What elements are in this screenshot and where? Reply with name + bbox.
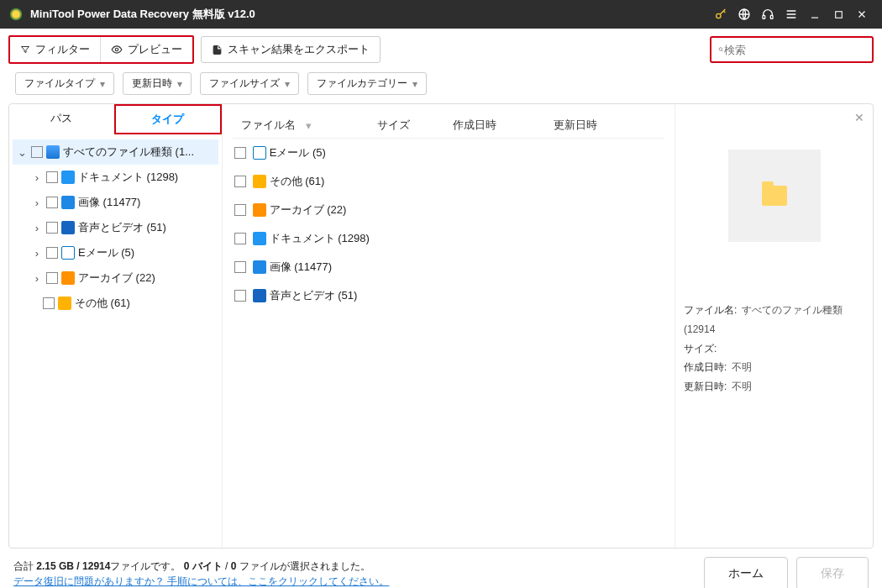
- checkbox[interactable]: [234, 261, 246, 273]
- tree-arc[interactable]: ›アーカイブ (22): [13, 265, 218, 291]
- list-item[interactable]: その他 (61): [233, 167, 664, 196]
- home-button[interactable]: ホーム: [704, 557, 788, 588]
- audio-video-icon: [253, 289, 266, 302]
- checkbox[interactable]: [46, 222, 58, 234]
- audio-video-icon: [61, 221, 75, 234]
- tree-other[interactable]: その他 (61): [13, 291, 218, 316]
- mail-icon: [61, 246, 75, 260]
- folder-icon: [762, 186, 787, 206]
- col-created[interactable]: 作成日時: [453, 118, 554, 133]
- minimize-icon[interactable]: [803, 3, 827, 26]
- checkbox[interactable]: [234, 176, 246, 187]
- svg-point-0: [717, 13, 721, 18]
- search-icon: [718, 44, 724, 55]
- chevron-down-icon: ▾: [285, 78, 290, 90]
- svg-rect-4: [835, 11, 842, 18]
- tab-path[interactable]: パス: [9, 104, 114, 134]
- export-label: スキャン結果をエクスポート: [228, 42, 370, 57]
- checkbox[interactable]: [46, 247, 58, 259]
- headphones-icon[interactable]: [756, 3, 780, 26]
- document-icon: [253, 232, 266, 245]
- search-input[interactable]: [724, 44, 865, 56]
- checkbox[interactable]: [46, 171, 58, 183]
- checkbox[interactable]: [234, 147, 246, 159]
- list-item[interactable]: 音声とビデオ (51): [233, 281, 664, 310]
- mail-icon: [253, 146, 266, 160]
- expand-icon[interactable]: ›: [31, 222, 43, 234]
- list-item[interactable]: アーカイブ (22): [233, 196, 664, 224]
- meta-updated-value: 不明: [732, 381, 752, 392]
- list-item[interactable]: 画像 (11477): [233, 253, 664, 281]
- chip-category[interactable]: ファイルカテゴリー▾: [307, 72, 427, 95]
- archive-icon: [61, 271, 75, 285]
- col-name[interactable]: ファイル名: [241, 118, 296, 133]
- document-icon: [61, 171, 75, 184]
- tree: ⌄すべてのファイル種類 (1... ›ドキュメント (1298) ›画像 (11…: [9, 134, 222, 548]
- other-icon: [58, 297, 71, 310]
- image-icon: [253, 260, 266, 274]
- checkbox[interactable]: [234, 290, 246, 302]
- filter-chips: ファイルタイプ▾ 更新日時▾ ファイルサイズ▾ ファイルカテゴリー▾: [0, 71, 882, 103]
- filter-label: フィルター: [35, 42, 90, 57]
- preview-thumbnail: [728, 150, 821, 242]
- chip-filetype[interactable]: ファイルタイプ▾: [15, 72, 114, 95]
- close-preview-icon[interactable]: ✕: [854, 111, 864, 124]
- chip-size[interactable]: ファイルサイズ▾: [200, 72, 299, 95]
- col-updated[interactable]: 更新日時: [554, 118, 663, 133]
- checkbox[interactable]: [46, 272, 58, 284]
- sidebar: パス タイプ ⌄すべてのファイル種類 (1... ›ドキュメント (1298) …: [9, 104, 223, 548]
- chevron-down-icon: ▾: [177, 78, 182, 90]
- help-link[interactable]: データ復旧に問題がありますか？ 手順については、ここをクリックしてください。: [13, 575, 389, 587]
- app-title: MiniTool Power Data Recovery 無料版 v12.0: [30, 7, 255, 22]
- collapse-icon[interactable]: ⌄: [16, 146, 28, 159]
- preview-panel: ✕ ファイル名:すべてのファイル種類 (12914 サイズ: 作成日時:不明 更…: [675, 104, 873, 548]
- checkbox[interactable]: [43, 297, 55, 309]
- expand-icon[interactable]: ›: [31, 247, 43, 260]
- checkbox[interactable]: [234, 233, 246, 244]
- expand-icon[interactable]: ›: [31, 197, 43, 209]
- chip-date[interactable]: 更新日時▾: [123, 72, 192, 95]
- tree-mail[interactable]: ›Eメール (5): [13, 240, 218, 265]
- meta-size-label: サイズ:: [684, 339, 717, 359]
- meta-created-label: 作成日時:: [684, 358, 727, 377]
- tree-img[interactable]: ›画像 (11477): [13, 190, 218, 215]
- list-item[interactable]: Eメール (5): [233, 139, 664, 167]
- close-icon[interactable]: [850, 3, 874, 26]
- meta-filename-label: ファイル名:: [684, 301, 737, 320]
- tab-type[interactable]: タイプ: [114, 104, 223, 134]
- save-button[interactable]: 保存: [796, 557, 869, 588]
- checkbox[interactable]: [234, 204, 246, 216]
- export-button[interactable]: スキャン結果をエクスポート: [201, 36, 381, 63]
- meta-updated-label: 更新日時:: [684, 377, 727, 396]
- tree-root[interactable]: ⌄すべてのファイル種類 (1...: [13, 139, 218, 165]
- svg-point-5: [115, 48, 118, 51]
- checkbox[interactable]: [31, 146, 43, 158]
- chevron-down-icon: ▾: [100, 78, 105, 90]
- stats-line: 合計 2.15 GB / 12914ファイルです。 0 バイト / 0 ファイル…: [13, 559, 389, 574]
- maximize-icon[interactable]: [827, 3, 850, 26]
- svg-point-6: [719, 48, 722, 51]
- svg-rect-3: [770, 15, 773, 18]
- svg-rect-2: [763, 15, 765, 18]
- chevron-down-icon: ▾: [412, 78, 417, 90]
- menu-icon[interactable]: [780, 3, 803, 26]
- other-icon: [253, 175, 266, 188]
- preview-button[interactable]: プレビュー: [100, 37, 192, 62]
- col-size[interactable]: サイズ: [377, 118, 453, 133]
- globe-icon[interactable]: [732, 3, 756, 26]
- tree-doc[interactable]: ›ドキュメント (1298): [13, 165, 218, 190]
- app-logo-icon: [8, 7, 24, 22]
- preview-label: プレビュー: [128, 42, 182, 57]
- archive-icon: [253, 203, 266, 217]
- filter-button[interactable]: フィルター: [10, 37, 100, 62]
- tree-av[interactable]: ›音声とビデオ (51): [13, 215, 218, 240]
- meta-created-value: 不明: [732, 361, 752, 373]
- checkbox[interactable]: [46, 197, 58, 208]
- list-item[interactable]: ドキュメント (1298): [233, 224, 664, 253]
- sort-caret-icon: ▾: [306, 119, 312, 132]
- monitor-icon: [46, 145, 60, 159]
- search-box[interactable]: [710, 36, 874, 63]
- expand-icon[interactable]: ›: [31, 171, 43, 184]
- key-icon[interactable]: [709, 3, 732, 26]
- expand-icon[interactable]: ›: [31, 272, 43, 285]
